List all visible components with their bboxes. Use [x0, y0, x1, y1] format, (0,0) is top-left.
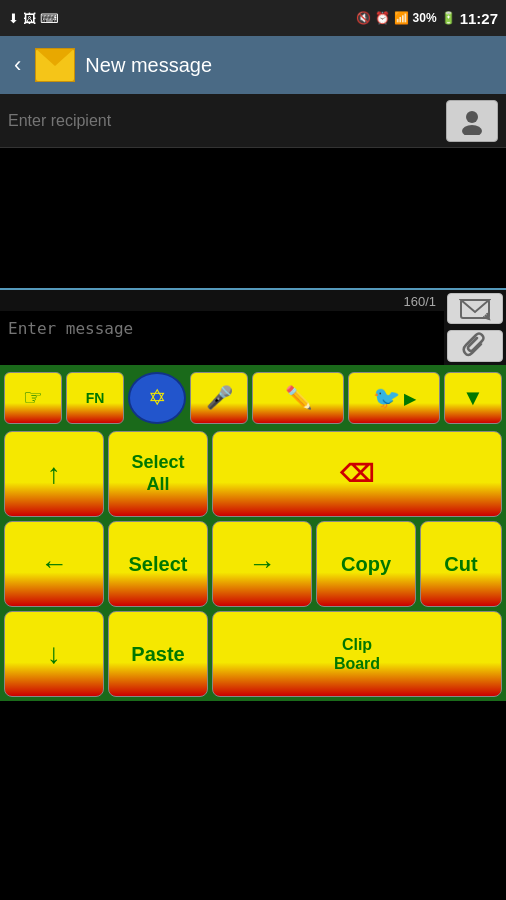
backspace-key[interactable]: ⌫	[212, 431, 502, 517]
arrow-down-icon: ↓	[47, 638, 61, 670]
select-all-label: SelectAll	[131, 452, 184, 495]
message-section: 160/1	[0, 288, 506, 365]
backspace-icon: ⌫	[340, 460, 374, 488]
twitter-icon: 🐦	[373, 385, 400, 411]
paste-key[interactable]: Paste	[108, 611, 208, 697]
battery-percent: 30%	[413, 11, 437, 25]
mute-icon: 🔇	[356, 11, 371, 25]
mic-key[interactable]: 🎤	[190, 372, 248, 424]
keyboard-row-3: ↓ Paste ClipBoard	[4, 611, 502, 697]
arrow-up-icon: ↑	[47, 458, 61, 490]
status-icons: ⬇ 🖼 ⌨	[8, 11, 59, 26]
pen-key[interactable]: ✏️	[252, 372, 344, 424]
person-icon	[458, 107, 486, 135]
twitter-key[interactable]: 🐦 ▶	[348, 372, 440, 424]
cut-label: Cut	[444, 553, 477, 576]
attach-button[interactable]	[447, 330, 503, 362]
select-label: Select	[129, 553, 188, 576]
arrow-left-key[interactable]: ←	[4, 521, 104, 607]
header: ‹ New message	[0, 36, 506, 94]
contact-picker-button[interactable]	[446, 100, 498, 142]
cut-key[interactable]: Cut	[420, 521, 502, 607]
keyboard-rows: ↑ SelectAll ⌫ ← Select → Copy	[0, 427, 506, 701]
svg-marker-6	[461, 300, 489, 312]
message-wrapper: 160/1	[0, 290, 444, 365]
pencil-icon: ✏️	[285, 385, 312, 411]
alarm-icon: ⏰	[375, 11, 390, 25]
keyboard-row-2: ← Select → Copy Cut	[4, 521, 502, 607]
microphone-icon: 🎤	[206, 385, 233, 411]
copy-key[interactable]: Copy	[316, 521, 416, 607]
message-input[interactable]	[0, 311, 444, 365]
clock: 11:27	[460, 10, 498, 27]
signal-icon: 📶	[394, 11, 409, 25]
paste-label: Paste	[131, 643, 184, 666]
arrow-left-icon: ←	[40, 548, 68, 580]
collapse-key[interactable]: ▼	[444, 372, 502, 424]
hand-icon: ☞	[23, 385, 43, 411]
status-bar: ⬇ 🖼 ⌨ 🔇 ⏰ 📶 30% 🔋 11:27	[0, 0, 506, 36]
status-right-icons: 🔇 ⏰ 📶 30% 🔋 11:27	[356, 10, 498, 27]
arrow-down-key[interactable]: ↓	[4, 611, 104, 697]
arrow-up-key[interactable]: ↑	[4, 431, 104, 517]
svg-point-3	[466, 111, 478, 123]
star-of-david-icon: ✡	[148, 385, 166, 411]
arrow-right-icon: →	[248, 548, 276, 580]
select-all-key[interactable]: SelectAll	[108, 431, 208, 517]
svg-point-4	[462, 125, 482, 135]
fn-key[interactable]: FN	[66, 372, 124, 424]
black-area	[0, 148, 506, 288]
recipient-input[interactable]	[8, 112, 438, 130]
copy-label: Copy	[341, 553, 391, 576]
hand-key[interactable]: ☞	[4, 372, 62, 424]
chevron-down-icon: ▼	[462, 385, 484, 411]
clipboard-label: ClipBoard	[334, 635, 380, 673]
fn-icon: FN	[86, 390, 105, 406]
keyboard-row-1: ↑ SelectAll ⌫	[4, 431, 502, 517]
send-icon	[459, 297, 491, 321]
usb-icon: ⬇	[8, 11, 19, 26]
recipient-row	[0, 94, 506, 148]
back-button[interactable]: ‹	[10, 48, 25, 82]
clipboard-key[interactable]: ClipBoard	[212, 611, 502, 697]
select-key[interactable]: Select	[108, 521, 208, 607]
message-icon	[35, 48, 75, 82]
keyboard-icon: ⌨	[40, 11, 59, 26]
battery-icon: 🔋	[441, 11, 456, 25]
arrow-right-key[interactable]: →	[212, 521, 312, 607]
keyboard: ☞ FN ✡ 🎤 ✏️ 🐦 ▶ ▼ ↑ SelectAll	[0, 365, 506, 701]
keyboard-top-row: ☞ FN ✡ 🎤 ✏️ 🐦 ▶ ▼	[0, 365, 506, 427]
message-actions	[444, 290, 506, 365]
send-button[interactable]	[447, 293, 503, 324]
arrow-right-icon: ▶	[404, 389, 416, 408]
page-title: New message	[85, 54, 212, 77]
paperclip-icon	[461, 331, 489, 361]
image-icon: 🖼	[23, 11, 36, 26]
lang-key[interactable]: ✡	[128, 372, 186, 424]
char-count: 160/1	[0, 290, 444, 311]
